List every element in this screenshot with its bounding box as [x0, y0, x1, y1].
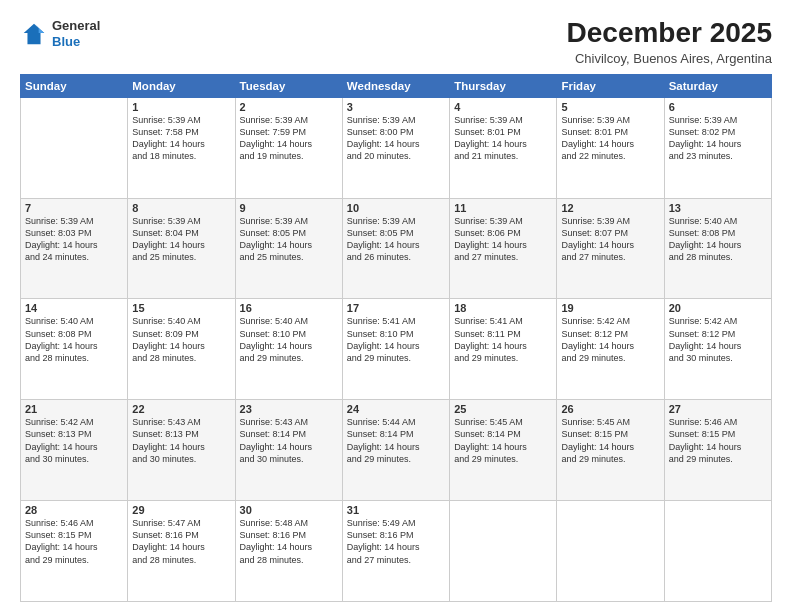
day-info: Sunrise: 5:46 AM Sunset: 8:15 PM Dayligh…: [669, 416, 767, 465]
day-info: Sunrise: 5:39 AM Sunset: 7:59 PM Dayligh…: [240, 114, 338, 163]
table-row: 7Sunrise: 5:39 AM Sunset: 8:03 PM Daylig…: [21, 198, 128, 299]
day-info: Sunrise: 5:47 AM Sunset: 8:16 PM Dayligh…: [132, 517, 230, 566]
day-number: 27: [669, 403, 767, 415]
day-number: 4: [454, 101, 552, 113]
day-number: 19: [561, 302, 659, 314]
table-row: 16Sunrise: 5:40 AM Sunset: 8:10 PM Dayli…: [235, 299, 342, 400]
day-number: 2: [240, 101, 338, 113]
table-row: 12Sunrise: 5:39 AM Sunset: 8:07 PM Dayli…: [557, 198, 664, 299]
day-number: 17: [347, 302, 445, 314]
table-row: 4Sunrise: 5:39 AM Sunset: 8:01 PM Daylig…: [450, 97, 557, 198]
day-number: 10: [347, 202, 445, 214]
day-number: 30: [240, 504, 338, 516]
col-saturday: Saturday: [664, 74, 771, 97]
col-wednesday: Wednesday: [342, 74, 449, 97]
table-row: [664, 501, 771, 602]
day-number: 15: [132, 302, 230, 314]
table-row: 3Sunrise: 5:39 AM Sunset: 8:00 PM Daylig…: [342, 97, 449, 198]
day-info: Sunrise: 5:39 AM Sunset: 8:01 PM Dayligh…: [561, 114, 659, 163]
table-row: 27Sunrise: 5:46 AM Sunset: 8:15 PM Dayli…: [664, 400, 771, 501]
day-info: Sunrise: 5:43 AM Sunset: 8:14 PM Dayligh…: [240, 416, 338, 465]
calendar-week-row: 14Sunrise: 5:40 AM Sunset: 8:08 PM Dayli…: [21, 299, 772, 400]
day-info: Sunrise: 5:48 AM Sunset: 8:16 PM Dayligh…: [240, 517, 338, 566]
table-row: 20Sunrise: 5:42 AM Sunset: 8:12 PM Dayli…: [664, 299, 771, 400]
table-row: 6Sunrise: 5:39 AM Sunset: 8:02 PM Daylig…: [664, 97, 771, 198]
table-row: [557, 501, 664, 602]
day-number: 11: [454, 202, 552, 214]
table-row: 2Sunrise: 5:39 AM Sunset: 7:59 PM Daylig…: [235, 97, 342, 198]
day-info: Sunrise: 5:42 AM Sunset: 8:12 PM Dayligh…: [669, 315, 767, 364]
table-row: [450, 501, 557, 602]
col-friday: Friday: [557, 74, 664, 97]
day-info: Sunrise: 5:39 AM Sunset: 8:05 PM Dayligh…: [240, 215, 338, 264]
table-row: 19Sunrise: 5:42 AM Sunset: 8:12 PM Dayli…: [557, 299, 664, 400]
day-info: Sunrise: 5:39 AM Sunset: 8:07 PM Dayligh…: [561, 215, 659, 264]
day-number: 14: [25, 302, 123, 314]
table-row: 14Sunrise: 5:40 AM Sunset: 8:08 PM Dayli…: [21, 299, 128, 400]
logo-text: General Blue: [52, 18, 100, 49]
table-row: 8Sunrise: 5:39 AM Sunset: 8:04 PM Daylig…: [128, 198, 235, 299]
subtitle: Chivilcoy, Buenos Aires, Argentina: [567, 51, 772, 66]
day-number: 24: [347, 403, 445, 415]
table-row: 13Sunrise: 5:40 AM Sunset: 8:08 PM Dayli…: [664, 198, 771, 299]
day-info: Sunrise: 5:46 AM Sunset: 8:15 PM Dayligh…: [25, 517, 123, 566]
table-row: 5Sunrise: 5:39 AM Sunset: 8:01 PM Daylig…: [557, 97, 664, 198]
day-number: 18: [454, 302, 552, 314]
calendar-week-row: 21Sunrise: 5:42 AM Sunset: 8:13 PM Dayli…: [21, 400, 772, 501]
calendar-week-row: 1Sunrise: 5:39 AM Sunset: 7:58 PM Daylig…: [21, 97, 772, 198]
col-tuesday: Tuesday: [235, 74, 342, 97]
table-row: 29Sunrise: 5:47 AM Sunset: 8:16 PM Dayli…: [128, 501, 235, 602]
header: General Blue December 2025 Chivilcoy, Bu…: [20, 18, 772, 66]
day-number: 8: [132, 202, 230, 214]
table-row: [21, 97, 128, 198]
day-number: 23: [240, 403, 338, 415]
table-row: 15Sunrise: 5:40 AM Sunset: 8:09 PM Dayli…: [128, 299, 235, 400]
table-row: 25Sunrise: 5:45 AM Sunset: 8:14 PM Dayli…: [450, 400, 557, 501]
logo-general: General: [52, 18, 100, 34]
table-row: 17Sunrise: 5:41 AM Sunset: 8:10 PM Dayli…: [342, 299, 449, 400]
day-number: 12: [561, 202, 659, 214]
day-info: Sunrise: 5:44 AM Sunset: 8:14 PM Dayligh…: [347, 416, 445, 465]
day-info: Sunrise: 5:39 AM Sunset: 7:58 PM Dayligh…: [132, 114, 230, 163]
table-row: 9Sunrise: 5:39 AM Sunset: 8:05 PM Daylig…: [235, 198, 342, 299]
title-block: December 2025 Chivilcoy, Buenos Aires, A…: [567, 18, 772, 66]
table-row: 11Sunrise: 5:39 AM Sunset: 8:06 PM Dayli…: [450, 198, 557, 299]
table-row: 21Sunrise: 5:42 AM Sunset: 8:13 PM Dayli…: [21, 400, 128, 501]
day-number: 7: [25, 202, 123, 214]
logo-blue: Blue: [52, 34, 100, 50]
day-info: Sunrise: 5:45 AM Sunset: 8:14 PM Dayligh…: [454, 416, 552, 465]
day-number: 25: [454, 403, 552, 415]
day-info: Sunrise: 5:42 AM Sunset: 8:13 PM Dayligh…: [25, 416, 123, 465]
day-info: Sunrise: 5:45 AM Sunset: 8:15 PM Dayligh…: [561, 416, 659, 465]
day-info: Sunrise: 5:40 AM Sunset: 8:10 PM Dayligh…: [240, 315, 338, 364]
day-info: Sunrise: 5:39 AM Sunset: 8:05 PM Dayligh…: [347, 215, 445, 264]
day-info: Sunrise: 5:49 AM Sunset: 8:16 PM Dayligh…: [347, 517, 445, 566]
day-info: Sunrise: 5:39 AM Sunset: 8:04 PM Dayligh…: [132, 215, 230, 264]
day-number: 20: [669, 302, 767, 314]
table-row: 18Sunrise: 5:41 AM Sunset: 8:11 PM Dayli…: [450, 299, 557, 400]
calendar-week-row: 7Sunrise: 5:39 AM Sunset: 8:03 PM Daylig…: [21, 198, 772, 299]
table-row: 30Sunrise: 5:48 AM Sunset: 8:16 PM Dayli…: [235, 501, 342, 602]
calendar-week-row: 28Sunrise: 5:46 AM Sunset: 8:15 PM Dayli…: [21, 501, 772, 602]
table-row: 1Sunrise: 5:39 AM Sunset: 7:58 PM Daylig…: [128, 97, 235, 198]
day-info: Sunrise: 5:40 AM Sunset: 8:08 PM Dayligh…: [669, 215, 767, 264]
logo-icon: [20, 20, 48, 48]
col-thursday: Thursday: [450, 74, 557, 97]
calendar-table: Sunday Monday Tuesday Wednesday Thursday…: [20, 74, 772, 602]
day-number: 3: [347, 101, 445, 113]
day-info: Sunrise: 5:41 AM Sunset: 8:10 PM Dayligh…: [347, 315, 445, 364]
table-row: 28Sunrise: 5:46 AM Sunset: 8:15 PM Dayli…: [21, 501, 128, 602]
table-row: 26Sunrise: 5:45 AM Sunset: 8:15 PM Dayli…: [557, 400, 664, 501]
col-monday: Monday: [128, 74, 235, 97]
day-info: Sunrise: 5:41 AM Sunset: 8:11 PM Dayligh…: [454, 315, 552, 364]
day-info: Sunrise: 5:39 AM Sunset: 8:06 PM Dayligh…: [454, 215, 552, 264]
page: General Blue December 2025 Chivilcoy, Bu…: [0, 0, 792, 612]
day-number: 22: [132, 403, 230, 415]
day-info: Sunrise: 5:39 AM Sunset: 8:00 PM Dayligh…: [347, 114, 445, 163]
table-row: 24Sunrise: 5:44 AM Sunset: 8:14 PM Dayli…: [342, 400, 449, 501]
table-row: 22Sunrise: 5:43 AM Sunset: 8:13 PM Dayli…: [128, 400, 235, 501]
day-info: Sunrise: 5:43 AM Sunset: 8:13 PM Dayligh…: [132, 416, 230, 465]
col-sunday: Sunday: [21, 74, 128, 97]
day-number: 16: [240, 302, 338, 314]
day-info: Sunrise: 5:42 AM Sunset: 8:12 PM Dayligh…: [561, 315, 659, 364]
